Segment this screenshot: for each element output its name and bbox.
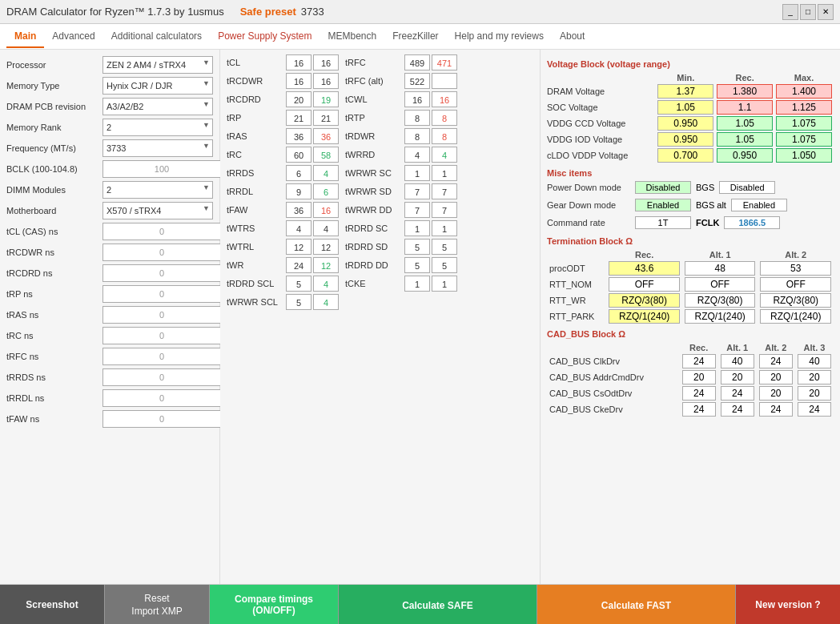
csodtdrv-row: CAD_BUS CsOdtDrv 24 24 20 20 [547, 385, 834, 401]
dram-pcb-row: DRAM PCB revision A3/A2/B2 [6, 98, 213, 115]
gear-down-row: Gear Down mode Enabled BGS alt Enabled [547, 199, 834, 211]
rtt-nom-row: RTT_NOM OFF OFF OFF [547, 276, 834, 292]
frequency-select-wrapper[interactable]: 3733 [102, 139, 213, 157]
minimize-button[interactable]: _ [782, 4, 798, 20]
dram-pcb-label: DRAM PCB revision [6, 102, 102, 111]
tras-val1: 36 [286, 128, 311, 144]
nav-membench[interactable]: MEMbench [320, 26, 385, 48]
processor-row: Processor ZEN 2 AM4 / sTRX4 [6, 56, 213, 74]
rtt-park-label: RTT_PARK [547, 308, 606, 324]
screenshot-button[interactable]: Screenshot [0, 585, 104, 624]
calc-fast-label: Calculate FAST [601, 600, 671, 611]
nav-main[interactable]: Main [6, 26, 44, 48]
nav-about[interactable]: About [552, 26, 593, 48]
volt-col-min: Min. [656, 72, 715, 83]
twtrl-val1: 12 [286, 239, 311, 255]
compare-timings-button[interactable]: Compare timings(ON/OFF) [210, 585, 338, 624]
bclk-input[interactable] [102, 160, 221, 178]
dimm-modules-select[interactable]: 2 [102, 181, 213, 199]
tras-val2: 36 [313, 128, 339, 144]
timings-col1: tCL1616 tRCDWR1616 tRCDRD2019 tRP2121 tR… [227, 54, 339, 312]
left-panel: Processor ZEN 2 AM4 / sTRX4 Memory Type … [0, 50, 220, 584]
import-xmp-label: Import XMP [131, 606, 182, 617]
command-rate-val: 1T [635, 216, 691, 229]
nav-power-supply[interactable]: Power Supply System [210, 26, 320, 48]
trfc-alt-val1: 522 [404, 73, 430, 89]
trdrd-sd-val1: 5 [404, 239, 430, 255]
frequency-select[interactable]: 3733 [102, 139, 213, 157]
tfaw-ns-input[interactable] [102, 410, 221, 428]
trrdl-ns-input[interactable] [102, 389, 221, 407]
trcdwr-ns-input[interactable] [102, 244, 221, 261]
twrwr-dd-val1: 7 [404, 202, 430, 218]
tcke-val2: 1 [432, 276, 457, 292]
vddg-ccd-label: VDDG CCD Voltage [547, 115, 656, 131]
title-bar: DRAM Calculator for Ryzen™ 1.7.3 by 1usm… [0, 0, 840, 24]
twtrs-val2: 4 [313, 220, 339, 236]
trp-ns-input[interactable] [102, 285, 221, 303]
trp-label: tRP [227, 113, 284, 123]
title-bar-controls[interactable]: _ □ ✕ [782, 4, 834, 20]
trrdl-ns-label: tRRDL ns [6, 393, 102, 403]
memory-type-row: Memory Type Hynix CJR / DJR [6, 77, 213, 95]
rtt-wr-row: RTT_WR RZQ/3(80) RZQ/3(80) RZQ/3(80) [547, 292, 834, 308]
bgs-val: Disabled [719, 181, 775, 194]
trcdrd-ns-input[interactable] [102, 264, 221, 282]
nav-freezkiller[interactable]: FreezKiller [384, 26, 446, 48]
tfaw-label: tFAW [227, 205, 284, 215]
memory-rank-select[interactable]: 2 [102, 119, 213, 136]
maximize-button[interactable]: □ [800, 4, 816, 20]
tcl-val1: 16 [286, 54, 311, 70]
processor-select-wrapper[interactable]: ZEN 2 AM4 / sTRX4 [102, 56, 213, 74]
memory-rank-select-wrapper[interactable]: 2 [102, 119, 213, 136]
cldo-vddp-rec: 0.950 [715, 147, 774, 163]
screenshot-label: Screenshot [26, 599, 78, 610]
addrcmddrv-rec: 20 [680, 369, 718, 385]
motherboard-select[interactable]: X570 / sTRX4 [102, 202, 213, 219]
bottom-bar: Screenshot Reset Import XMP Compare timi… [0, 584, 840, 624]
gear-down-val: Enabled [635, 199, 691, 211]
cldo-vddp-min: 0.700 [656, 147, 715, 163]
nav-bar: Main Advanced Additional calculators Pow… [0, 24, 840, 50]
trc-label: tRC [227, 150, 284, 159]
procodt-alt2: 53 [758, 260, 834, 276]
trcdwr-val1: 16 [286, 73, 311, 89]
vddg-iod-max: 1.075 [774, 131, 834, 147]
trrds-ns-input[interactable] [102, 368, 221, 386]
trrds-ns-label: tRRDS ns [6, 372, 102, 382]
twrwr-sd-val1: 7 [404, 183, 430, 199]
trfc-label: tRFC [345, 58, 403, 67]
trc-ns-input[interactable] [102, 327, 221, 344]
trfc-ns-label: tRFC ns [6, 352, 102, 361]
new-version-button[interactable]: New version ? [736, 585, 840, 624]
vddg-iod-row: VDDG IOD Voltage 0.950 1.05 1.075 [547, 131, 834, 147]
nav-additional-calc[interactable]: Additional calculators [103, 26, 210, 48]
motherboard-select-wrapper[interactable]: X570 / sTRX4 [102, 202, 213, 219]
dimm-modules-select-wrapper[interactable]: 2 [102, 181, 213, 199]
calculate-safe-button[interactable]: Calculate SAFE [339, 585, 537, 624]
trdrd-dd-label: tRDRD DD [345, 260, 403, 270]
nav-help[interactable]: Help and my reviews [447, 26, 552, 48]
nav-advanced[interactable]: Advanced [44, 26, 102, 48]
calculate-fast-button[interactable]: Calculate FAST [537, 585, 735, 624]
vddg-iod-min: 0.950 [656, 131, 715, 147]
procodt-rec: 43.6 [606, 260, 682, 276]
reset-import-button[interactable]: Reset Import XMP [105, 585, 209, 624]
memory-type-select-wrapper[interactable]: Hynix CJR / DJR [102, 77, 213, 95]
volt-col-max: Max. [774, 72, 834, 83]
ckedrv-rec: 24 [680, 401, 718, 417]
frequency-row: Frequency (MT/s) 3733 [6, 139, 213, 157]
tras-ns-input[interactable] [102, 306, 221, 324]
trfc-ns-input[interactable] [102, 348, 221, 365]
processor-select[interactable]: ZEN 2 AM4 / sTRX4 [102, 56, 213, 74]
dram-pcb-select-wrapper[interactable]: A3/A2/B2 [102, 98, 213, 115]
dram-pcb-select[interactable]: A3/A2/B2 [102, 98, 213, 115]
clkdrv-alt1: 40 [718, 353, 757, 369]
twrwr-dd-label: tWRWR DD [345, 205, 403, 215]
tcl-ns-input[interactable] [102, 223, 221, 240]
twrrd-val2: 4 [432, 147, 457, 163]
memory-type-select[interactable]: Hynix CJR / DJR [102, 77, 213, 95]
close-button[interactable]: ✕ [818, 4, 834, 20]
dram-voltage-max: 1.400 [774, 83, 834, 99]
csodtdrv-label: CAD_BUS CsOdtDrv [547, 385, 680, 401]
